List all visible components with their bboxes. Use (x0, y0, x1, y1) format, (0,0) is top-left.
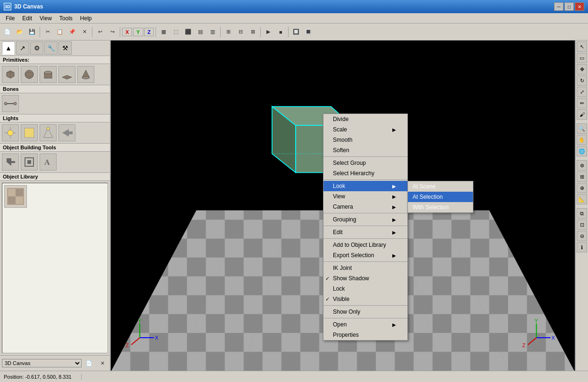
ctx-properties[interactable]: Properties (323, 330, 407, 340)
rt-rect[interactable]: ▭ (577, 53, 587, 63)
rt-scale[interactable]: ⤢ (577, 87, 587, 97)
rt-rotate[interactable]: ↻ (577, 75, 587, 86)
cut-btn[interactable]: ✂ (42, 26, 53, 38)
rt-orbit[interactable]: 🌐 (577, 146, 587, 156)
x-axis-btn[interactable]: X (122, 28, 132, 36)
stop-btn[interactable]: ■ (275, 26, 286, 38)
new-btn[interactable]: 📄 (2, 26, 13, 38)
grid-btn[interactable]: ⊞ (223, 26, 234, 38)
bone-item[interactable] (2, 95, 19, 112)
close-button[interactable]: ✕ (575, 2, 584, 11)
minimize-button[interactable]: ─ (554, 2, 563, 11)
ctx-add-to-lib[interactable]: Add to Object Library (323, 240, 407, 250)
wireframe-btn[interactable]: ⬚ (170, 26, 182, 38)
library-item[interactable] (4, 185, 27, 208)
material-btn[interactable]: 🔲 (290, 26, 302, 38)
new-scene-btn[interactable]: 📄 (83, 358, 95, 369)
tool-arrow[interactable] (2, 154, 19, 171)
light-omni[interactable] (2, 124, 19, 141)
texture-btn[interactable]: ▤ (195, 26, 206, 38)
render-btn[interactable]: ▦ (158, 26, 169, 38)
delete-btn[interactable]: ✕ (79, 26, 90, 38)
lights-header: Lights (0, 114, 110, 122)
tab-materials[interactable]: 🔧 (44, 41, 58, 55)
light-rect[interactable] (21, 124, 38, 141)
ctx-scale[interactable]: Scale ▶ (323, 124, 407, 135)
rt-boolean[interactable]: ⊖ (577, 231, 587, 241)
ctx-soften[interactable]: Soften (323, 145, 407, 155)
svg-rect-31 (8, 196, 16, 204)
rt-pan[interactable]: ✋ (577, 135, 587, 145)
rt-select[interactable]: ↖ (577, 41, 587, 52)
save-btn[interactable]: 💾 (26, 26, 38, 38)
window-controls[interactable]: ─ □ ✕ (554, 2, 584, 11)
paste-btn[interactable]: 📌 (66, 26, 78, 38)
ctx-ik-joint[interactable]: IK Joint (323, 263, 407, 273)
ctx-show-only[interactable]: Show Only (323, 307, 407, 317)
texture2-btn[interactable]: 🔳 (303, 26, 314, 38)
rt-grid[interactable]: ⊞ (577, 171, 587, 182)
play-btn[interactable]: ▶ (263, 26, 274, 38)
ctx-camera[interactable]: Camera ▶ (323, 202, 407, 212)
solid-btn[interactable]: ⬛ (182, 26, 194, 38)
menu-file[interactable]: File (2, 14, 18, 23)
z-axis-btn[interactable]: Z (144, 28, 154, 36)
undo-btn[interactable]: ↩ (94, 26, 106, 38)
menu-tools[interactable]: Tools (56, 14, 76, 23)
tool-box[interactable] (21, 154, 38, 171)
open-btn[interactable]: 📂 (14, 26, 25, 38)
magnet-btn[interactable]: ⊠ (247, 26, 258, 38)
ctx-edit[interactable]: Edit ▶ (323, 227, 407, 237)
tab-bones[interactable]: ↗ (16, 41, 29, 55)
submenu-at-selection[interactable]: At Selection (408, 192, 473, 202)
rt-axis[interactable]: ⊕ (577, 183, 587, 193)
tab-settings[interactable]: ⚒ (58, 41, 72, 55)
submenu-at-scene[interactable]: At Scene (408, 181, 473, 192)
scene-dropdown[interactable]: 3D Canvas (2, 359, 82, 367)
ctx-lock[interactable]: Lock (323, 284, 407, 294)
ctx-select-hierarchy[interactable]: Select Hierarchy (323, 168, 407, 179)
rt-group[interactable]: ⧉ (577, 208, 587, 219)
ctx-view[interactable]: View ▶ (323, 191, 407, 202)
menu-edit[interactable]: Edit (18, 14, 36, 23)
svg-rect-30 (16, 189, 23, 196)
rt-info[interactable]: ℹ (577, 242, 587, 252)
ctx-open[interactable]: Open ▶ (323, 319, 407, 330)
menu-help[interactable]: Help (76, 14, 96, 23)
menu-view[interactable]: View (36, 14, 56, 23)
ctx-divide[interactable]: Divide (323, 114, 407, 124)
ctx-show-shadow[interactable]: ✓ Show Shadow (323, 273, 407, 284)
tab-tools[interactable]: ⚙ (30, 41, 43, 55)
primitive-cube[interactable] (2, 66, 19, 83)
ctx-smooth[interactable]: Smooth (323, 135, 407, 145)
rt-magnet[interactable]: ⊛ (577, 160, 587, 171)
light-spot[interactable] (40, 124, 57, 141)
primitive-sphere[interactable] (21, 66, 38, 83)
rt-zoom[interactable]: 🔍 (577, 123, 587, 134)
rt-paint[interactable]: 🖌 (577, 109, 587, 120)
light-arrow[interactable] (58, 124, 75, 141)
snap-btn[interactable]: ⊟ (235, 26, 246, 38)
copy-btn[interactable]: 📋 (54, 26, 66, 38)
ctx-export-sel[interactable]: Export Selection ▶ (323, 250, 407, 260)
rt-pen[interactable]: ✏ (577, 98, 587, 108)
y-axis-btn[interactable]: Y (133, 28, 143, 36)
rt-ungroup[interactable]: ⊡ (577, 219, 587, 230)
maximize-button[interactable]: □ (564, 2, 574, 11)
viewport[interactable]: X Y Z X Y Z Divide Scale ▶ (111, 41, 575, 371)
ctx-grouping[interactable]: Grouping ▶ (323, 214, 407, 225)
ctx-look[interactable]: Look ▶ At Scene At Selection With Select… (323, 181, 407, 191)
rt-measure[interactable]: 📐 (577, 194, 587, 204)
ctx-visible[interactable]: ✓ Visible (323, 294, 407, 304)
rt-move[interactable]: ✥ (577, 64, 587, 74)
redo-btn[interactable]: ↪ (107, 26, 118, 38)
primitive-cone[interactable] (77, 66, 94, 83)
primitive-plane[interactable] (58, 66, 75, 83)
light-btn[interactable]: ▥ (207, 26, 218, 38)
submenu-with-selection[interactable]: With Selection (408, 202, 473, 212)
tab-objects[interactable]: ▲ (2, 41, 15, 55)
tool-text[interactable]: A (40, 154, 57, 171)
ctx-select-group[interactable]: Select Group (323, 158, 407, 168)
primitive-cylinder[interactable] (40, 66, 57, 83)
close-scene-btn[interactable]: ✕ (97, 358, 108, 369)
